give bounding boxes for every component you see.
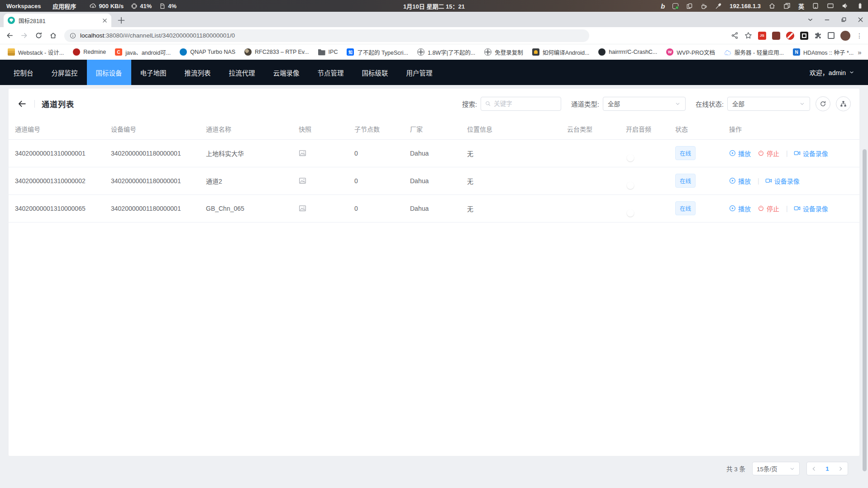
bookmark-android[interactable]: 如何编译Android... — [528, 46, 594, 58]
refresh-button[interactable] — [816, 96, 830, 111]
nav-tab-4[interactable]: 电子地图 — [131, 60, 176, 85]
bookmark-csdn[interactable]: Cjava、android可... — [111, 46, 175, 58]
play-link[interactable]: 播放 — [729, 204, 751, 213]
color-picker-icon[interactable] — [715, 3, 722, 9]
nav-tab-3[interactable]: 国标设备 — [87, 60, 131, 85]
bookmark-folder[interactable]: IPC — [314, 47, 342, 57]
user-menu[interactable]: 欢迎，admin — [810, 60, 868, 85]
url-bar[interactable]: localhost:38080/#/channelList/3402000000… — [64, 29, 589, 42]
share-icon[interactable] — [731, 32, 739, 39]
window-minimize-button[interactable] — [824, 17, 830, 23]
tablet-icon[interactable] — [812, 2, 819, 9]
window-menu-chevron-icon[interactable] — [807, 17, 813, 23]
search-input[interactable] — [481, 97, 561, 111]
battery-icon[interactable] — [857, 2, 863, 9]
caffeine-icon[interactable] — [701, 3, 707, 9]
applications-menu[interactable]: 应用程序 — [52, 2, 76, 10]
back-button[interactable] — [4, 30, 15, 42]
video-camera-icon — [794, 205, 801, 212]
page-size-select[interactable]: 15条/页 — [752, 462, 800, 475]
bookmark-cloud[interactable]: ☁服务器 - 轻量应用... — [720, 46, 788, 58]
prev-page-button[interactable] — [811, 466, 817, 472]
bookmark-star-icon[interactable] — [744, 32, 752, 39]
browser-tab[interactable]: 国标28181 — [4, 14, 111, 27]
screenshot-tray-icon[interactable] — [672, 3, 678, 9]
proxy-extension-icon[interactable] — [772, 32, 780, 40]
home-tray-icon[interactable] — [768, 2, 776, 9]
online-status-select[interactable]: 全部 — [727, 97, 810, 111]
bookmark-zhihu[interactable]: 知了不起的 TypeScri... — [343, 46, 412, 58]
current-page-number[interactable]: 1 — [825, 465, 829, 472]
device-tree-button[interactable] — [836, 96, 851, 111]
bookmark-rfc[interactable]: RFC2833 – RTP Ev... — [240, 47, 313, 57]
bookmark-globe[interactable]: 免登录复制 — [480, 46, 527, 58]
bookmark-redmine[interactable]: Redmine — [69, 47, 110, 57]
page-back-button[interactable] — [17, 99, 27, 109]
device-record-link[interactable]: 设备录像 — [794, 204, 828, 213]
cloud-favicon-icon: ☁ — [724, 48, 731, 56]
search-keyword-field[interactable] — [494, 100, 557, 107]
frame-extension-icon[interactable] — [828, 32, 835, 39]
bookmark-wvp[interactable]: WWVP-PRO文档 — [662, 46, 719, 58]
csdn-favicon-icon: C — [115, 48, 122, 56]
device-record-link[interactable]: 设备录像 — [794, 149, 828, 158]
display-icon[interactable] — [827, 2, 834, 9]
js-extension-icon[interactable]: JS — [758, 32, 766, 40]
home-button[interactable] — [47, 30, 59, 42]
snapshot-icon[interactable] — [299, 177, 306, 185]
input-method-indicator[interactable]: 英 — [798, 2, 804, 10]
stop-link[interactable]: 停止 — [758, 204, 779, 213]
page-scrollbar[interactable] — [863, 149, 867, 471]
tab-favicon — [8, 17, 15, 24]
bookmarks-overflow-chevron[interactable]: » — [858, 48, 865, 56]
snapshot-icon[interactable] — [299, 149, 306, 157]
status-badge: 在线 — [675, 174, 696, 188]
reload-button[interactable] — [33, 30, 44, 42]
volume-icon[interactable] — [842, 2, 849, 9]
nav-tab-8[interactable]: 节点管理 — [309, 60, 353, 85]
browser-menu-icon[interactable]: ⋮ — [856, 32, 863, 39]
bookmark-github[interactable]: hairrrrr/C-CrashC... — [594, 47, 661, 57]
bookmark-hdatmos[interactable]: NHDAtmos :: 种子 *... — [789, 46, 858, 58]
window-close-button[interactable] — [858, 17, 863, 23]
nav-tab-5[interactable]: 推流列表 — [176, 60, 220, 85]
nav-tab-1[interactable]: 控制台 — [5, 60, 43, 85]
column-header: 通道编号 — [9, 118, 105, 139]
profile-avatar[interactable] — [840, 31, 850, 41]
extensions-puzzle-icon[interactable] — [814, 32, 822, 39]
bookmark-label: 了不起的 TypeScri... — [357, 48, 408, 57]
rfc-favicon-icon — [244, 48, 252, 56]
play-link[interactable]: 播放 — [729, 149, 751, 158]
adblock-extension-icon[interactable] — [786, 32, 794, 40]
snapshot-icon[interactable] — [299, 204, 306, 212]
next-page-button[interactable] — [838, 466, 844, 472]
window-restore-button[interactable] — [841, 17, 847, 23]
nav-tab-6[interactable]: 拉流代理 — [220, 60, 264, 85]
device-record-link[interactable]: 设备录像 — [765, 176, 800, 185]
network-speed-indicator: 900 KB/s — [90, 3, 124, 9]
bookmark-label: Webstack - 设计... — [18, 48, 64, 57]
bing-tray-icon[interactable]: b — [661, 2, 665, 10]
window-stack-icon[interactable] — [783, 2, 791, 9]
bookmark-globe[interactable]: 1.8W字|了不起的... — [413, 46, 479, 58]
nav-tab-7[interactable]: 云端录像 — [264, 60, 309, 85]
tab-close-icon[interactable] — [102, 18, 107, 23]
clock[interactable]: 1月10日 星期二 15：21 — [403, 2, 465, 10]
divider: | — [758, 177, 759, 185]
stop-link[interactable]: 停止 — [758, 149, 779, 158]
forward-button[interactable] — [18, 30, 30, 42]
screen-extension-icon[interactable] — [800, 32, 808, 40]
clipboard-copy-icon[interactable] — [686, 3, 693, 9]
site-info-icon[interactable] — [70, 33, 76, 39]
new-tab-button[interactable] — [115, 14, 128, 27]
bookmark-qnap[interactable]: QNAP Turbo NAS — [176, 47, 239, 57]
workspaces-button[interactable]: Workspaces — [6, 3, 41, 9]
nav-tab-10[interactable]: 用户管理 — [397, 60, 442, 85]
channel-name-cell: 上地科实大华 — [200, 139, 292, 167]
ip-address[interactable]: 192.168.1.3 — [730, 3, 761, 9]
channel-type-select[interactable]: 全部 — [603, 97, 686, 111]
bookmark-webstack[interactable]: Webstack - 设计... — [4, 46, 68, 58]
nav-tab-2[interactable]: 分屏监控 — [43, 60, 87, 85]
nav-tab-9[interactable]: 国标级联 — [353, 60, 397, 85]
play-link[interactable]: 播放 — [729, 176, 751, 185]
